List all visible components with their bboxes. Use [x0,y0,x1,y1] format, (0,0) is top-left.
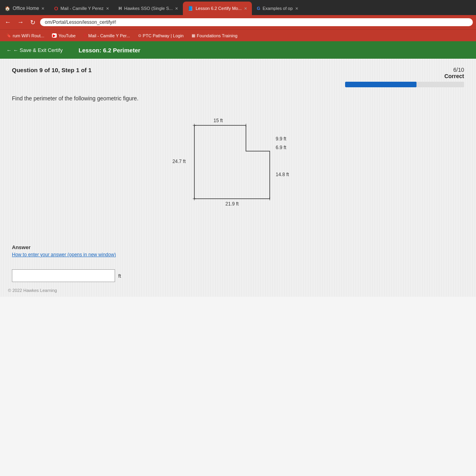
tab-examples-icon: G [257,6,260,11]
bookmark-foundations-icon: ▦ [192,33,195,38]
progress-bar-container [345,82,464,87]
browser-chrome: 🏠 Office Home ✕ O Mail - Camille Y Perez… [0,0,476,41]
bookmark-youtube-icon: ▶ [52,33,57,38]
dim-right-bottom: 14.8 ft [276,172,289,177]
save-exit-label: ← Save & Exit Certify [13,47,63,53]
back-arrow-icon: ← [6,47,12,53]
answer-input-field[interactable] [12,269,115,282]
geo-figure: 15 ft 9.9 ft 6.9 ft 24.7 ft 14.8 ft [163,109,313,228]
tab-hawkes-sso-icon: H [119,6,122,11]
l-shape-polygon [194,125,270,199]
tab-examples-close[interactable]: ✕ [295,6,298,11]
tab-lesson[interactable]: 📘 Lesson 6.2 Certify Mo... ✕ [183,2,252,15]
back-nav-button[interactable]: ← [3,18,13,27]
bookmarks-bar: 🔖 rum WiFi Rout... ▶ YouTube O Mail - Ca… [0,29,476,41]
bookmark-mail-icon: O [84,33,87,38]
forward-nav-button[interactable]: → [16,18,25,27]
tab-examples[interactable]: G Examples of op ✕ [252,2,303,15]
refresh-nav-button[interactable]: ↻ [29,18,37,27]
tab-hawkes-sso[interactable]: H Hawkes SSO (Single S... ✕ [114,2,183,15]
geo-figure-svg: 15 ft 9.9 ft 6.9 ft 24.7 ft 14.8 ft [163,109,313,228]
dim-right-inner: 6.9 ft [276,145,286,150]
bookmark-foundations[interactable]: ▦ Foundations Training [188,33,241,39]
tab-office-icon: 🏠 [5,6,10,11]
score-fraction: 6/10 [345,67,464,73]
lesson-title-header: Lesson: 6.2 Perimeter [79,47,140,54]
tab-office[interactable]: 🏠 Office Home ✕ [0,2,49,15]
unit-label: ft [118,273,121,279]
page-content: ← ← Save & Exit Certify Lesson: 6.2 Peri… [0,41,476,476]
lesson-area: Question 9 of 10, Step 1 of 1 6/10 Corre… [0,59,476,297]
bookmark-mail[interactable]: O Mail - Camille Y Per... [81,33,133,39]
tab-hawkes-sso-close[interactable]: ✕ [175,6,178,11]
copyright-text: © 2022 Hawkes Learning [8,288,57,293]
tab-mail-close[interactable]: ✕ [106,6,109,11]
tab-lesson-label: Lesson 6.2 Certify Mo... [196,6,242,11]
dim-right-top: 9.9 ft [276,136,286,142]
progress-area: Question 9 of 10, Step 1 of 1 6/10 Corre… [12,67,464,87]
address-bar: ← → ↻ [0,15,476,29]
answer-section: Answer How to enter your answer (opens i… [12,240,464,282]
score-correct: Correct [345,73,464,79]
bookmark-wifi[interactable]: 🔖 rum WiFi Rout... [3,33,47,39]
dim-bottom: 21.9 ft [225,201,239,207]
dim-left: 24.7 ft [173,159,186,164]
score-area: 6/10 Correct [345,67,464,87]
save-exit-button[interactable]: ← ← Save & Exit Certify [6,47,63,53]
bookmark-ptc-icon: ⊙ [138,33,141,38]
answer-help-link[interactable]: How to enter your answer (opens in new w… [12,252,464,257]
tab-bar: 🏠 Office Home ✕ O Mail - Camille Y Perez… [0,0,476,15]
figure-area: 15 ft 9.9 ft 6.9 ft 24.7 ft 14.8 ft [12,109,464,228]
dim-top: 15 ft [213,118,223,123]
bookmark-foundations-label: Foundations Training [197,33,238,38]
bookmark-youtube[interactable]: ▶ YouTube [49,33,79,39]
address-input[interactable] [40,18,473,26]
bookmark-wifi-label: rum WiFi Rout... [13,33,44,38]
bookmark-youtube-label: YouTube [58,33,75,38]
tab-examples-label: Examples of op [263,6,293,11]
page-footer: © 2022 Hawkes Learning [8,288,57,293]
answer-label: Answer [12,244,464,250]
bookmark-mail-label: Mail - Camille Y Per... [88,33,130,38]
tab-office-label: Office Home [13,6,39,11]
question-progress: Question 9 of 10, Step 1 of 1 [12,67,92,73]
answer-input-row: ft [12,269,464,282]
tab-lesson-icon: 📘 [188,6,193,11]
bookmark-ptc-label: PTC Pathway | Login [143,33,184,38]
tab-lesson-close[interactable]: ✕ [244,6,247,11]
question-text: Find the perimeter of the following geom… [12,95,464,102]
bookmark-ptc[interactable]: ⊙ PTC Pathway | Login [135,33,187,39]
tab-mail-icon: O [54,6,58,12]
tab-office-close[interactable]: ✕ [41,6,44,11]
content-wrapper: Question 9 of 10, Step 1 of 1 6/10 Corre… [12,67,464,282]
tab-mail[interactable]: O Mail - Camille Y Perez ✕ [49,2,114,15]
tab-hawkes-sso-label: Hawkes SSO (Single S... [124,6,173,11]
tab-mail-label: Mail - Camille Y Perez [61,6,104,11]
progress-bar-fill [345,82,416,87]
hawkes-header: ← ← Save & Exit Certify Lesson: 6.2 Peri… [0,41,476,59]
bookmark-wifi-icon: 🔖 [6,33,11,38]
